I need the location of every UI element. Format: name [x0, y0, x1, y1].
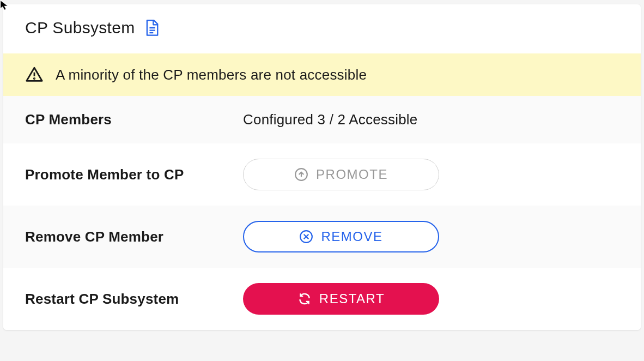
remove-button[interactable]: REMOVE: [243, 221, 439, 252]
cp-members-value: Configured 3 / 2 Accessible: [243, 111, 417, 128]
restart-button-label: RESTART: [319, 291, 385, 306]
promote-row: Promote Member to CP PROMOTE: [3, 143, 641, 206]
alert-message: A minority of the CP members are not acc…: [56, 67, 367, 83]
cp-members-label: CP Members: [25, 111, 232, 128]
promote-button[interactable]: PROMOTE: [243, 159, 439, 190]
cp-subsystem-panel: CP Subsystem A minority of the CP member…: [3, 4, 641, 330]
warning-triangle-icon: [25, 65, 44, 84]
panel-header: CP Subsystem: [3, 4, 641, 53]
arrow-up-circle-icon: [294, 167, 308, 182]
page-title: CP Subsystem: [25, 19, 135, 37]
mouse-cursor: [0, 0, 11, 11]
restart-row: Restart CP Subsystem RESTART: [3, 268, 641, 330]
refresh-icon: [297, 292, 312, 306]
remove-row: Remove CP Member REMOVE: [3, 206, 641, 268]
document-icon[interactable]: [144, 19, 160, 37]
restart-label: Restart CP Subsystem: [25, 291, 232, 308]
alert-banner: A minority of the CP members are not acc…: [3, 53, 641, 96]
promote-button-label: PROMOTE: [316, 167, 388, 182]
restart-button[interactable]: RESTART: [243, 283, 439, 315]
svg-point-4: [34, 78, 34, 79]
remove-label: Remove CP Member: [25, 228, 232, 245]
x-circle-icon: [299, 230, 313, 244]
remove-button-label: REMOVE: [321, 229, 382, 244]
cp-members-row: CP Members Configured 3 / 2 Accessible: [3, 96, 641, 143]
promote-label: Promote Member to CP: [25, 166, 232, 183]
